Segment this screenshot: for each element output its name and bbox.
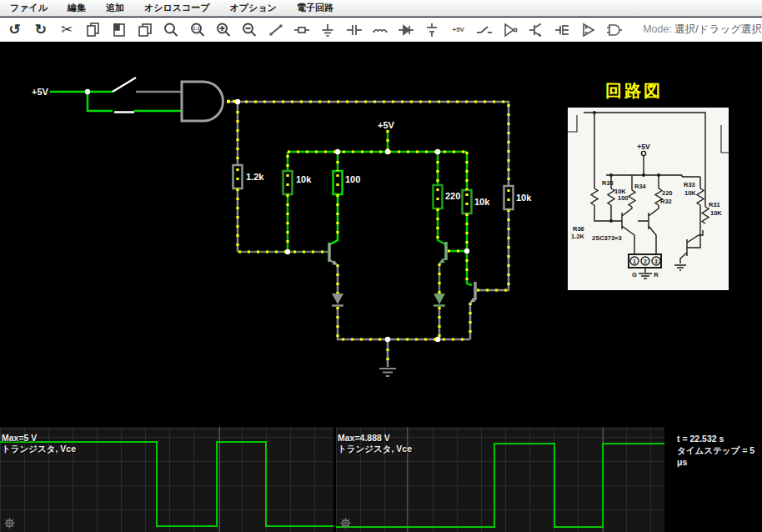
- resistors: [233, 165, 514, 213]
- junction-dots: [85, 89, 469, 342]
- menu-options[interactable]: オプション: [220, 0, 287, 16]
- r-10k-c-label: 10k: [516, 193, 532, 203]
- simulation-time-info: t = 22.532 s タイムステップ = 5 μs: [677, 433, 762, 468]
- scope2-label: Max=4.888 V トランジスタ, Vce: [338, 433, 412, 454]
- ground-symbol[interactable]: [379, 369, 396, 376]
- copy-icon[interactable]: [83, 20, 103, 40]
- opamp-tool-icon[interactable]: [579, 20, 599, 40]
- search-icon[interactable]: [162, 20, 181, 40]
- inset-r36-value: 1.2K: [571, 233, 584, 240]
- zoom-in-icon[interactable]: [213, 20, 233, 40]
- resistor-tool-icon[interactable]: [292, 20, 311, 40]
- scope-strip: Max=5 V トランジスタ, Vce Max=4.888 V トランジスタ, …: [0, 427, 762, 532]
- inset-r-label: R: [654, 271, 659, 279]
- ground-tool-icon[interactable]: [318, 20, 338, 40]
- scope-panel-1[interactable]: Max=5 V トランジスタ, Vce: [0, 427, 333, 532]
- zoom-out-icon[interactable]: [240, 20, 259, 40]
- vcc-mid-label: +5V: [378, 120, 395, 130]
- capacitor-tool-icon[interactable]: [344, 20, 363, 40]
- inset-r31-label: R31: [709, 201, 720, 208]
- inset-r31-value: 10K: [710, 209, 722, 217]
- r-220-label: 220: [445, 191, 460, 201]
- inset-r35-label: R35: [602, 179, 614, 187]
- scope1-settings-icon[interactable]: [3, 517, 16, 529]
- toolbar: ↺ ↻ ✂ 1:1: [0, 18, 762, 42]
- inset-pin3: 3: [654, 258, 658, 264]
- inset-pin2: 2: [644, 258, 647, 264]
- switch-tool-icon[interactable]: [474, 20, 494, 40]
- inverter-tool-icon[interactable]: [501, 20, 520, 40]
- voltage-source-tool-icon[interactable]: [423, 20, 442, 40]
- circuit-canvas[interactable]: +5V +5V 1.2k 10k 100 220 10k 10k: [0, 42, 762, 427]
- r-1.2k-label: 1.2k: [246, 172, 264, 182]
- cut-icon[interactable]: ✂: [58, 20, 77, 40]
- and-gate-tool-icon[interactable]: [605, 20, 624, 40]
- plus5v-tool-icon[interactable]: +5V: [449, 20, 468, 40]
- transistor-q2[interactable]: [439, 242, 446, 263]
- zoom-100-icon[interactable]: 1:1: [188, 20, 207, 40]
- current-dots: [227, 102, 509, 367]
- undo-icon[interactable]: ↺: [5, 20, 24, 40]
- switch-open[interactable]: [113, 78, 136, 92]
- menu-oscilloscope[interactable]: オシロスコープ: [134, 0, 220, 16]
- menubar: ファイル 編集 追加 オシロスコープ オプション 電子回路: [0, 0, 762, 17]
- redo-icon[interactable]: ↻: [31, 20, 50, 40]
- wire-tool-icon[interactable]: [266, 20, 285, 40]
- r-10k-a-label: 10k: [296, 174, 312, 184]
- menu-add[interactable]: 追加: [96, 0, 134, 16]
- inset-r33-value: 10K: [684, 189, 696, 197]
- svg-text:1:1: 1:1: [193, 26, 199, 31]
- inset-transistors-label: 2SC373×3: [592, 234, 622, 242]
- inset-pin1: 1: [633, 258, 636, 264]
- transistor-tool-icon[interactable]: [527, 20, 546, 40]
- r-100-label: 100: [345, 174, 360, 184]
- vcc-feed-wires[interactable]: [50, 78, 182, 113]
- scope1-label: Max=5 V トランジスタ, Vce: [2, 433, 76, 454]
- inset-vcc-label: +5V: [637, 143, 650, 151]
- sim-timestep: タイムステップ = 5 μs: [677, 444, 762, 468]
- inset-r32-label: R32: [660, 198, 672, 205]
- vcc-left-label: +5V: [32, 87, 49, 97]
- r-10k-b-label: 10k: [474, 197, 490, 207]
- diode-tool-icon[interactable]: [396, 20, 415, 40]
- scope2-settings-icon[interactable]: [339, 517, 352, 529]
- duplicate-icon[interactable]: [135, 20, 154, 40]
- scope-panel-2[interactable]: Max=4.888 V トランジスタ, Vce: [336, 427, 664, 532]
- inset-r33-label: R33: [684, 181, 695, 188]
- sim-time: t = 22.532 s: [677, 433, 762, 444]
- paste-icon[interactable]: [109, 20, 128, 40]
- and-gate[interactable]: [182, 82, 223, 121]
- inset-r36-label: R36: [573, 225, 584, 233]
- menu-file[interactable]: ファイル: [0, 0, 58, 16]
- transistor-q1[interactable]: [329, 243, 338, 265]
- inset-r100-label: 100: [618, 194, 629, 202]
- inductor-tool-icon[interactable]: [370, 20, 389, 40]
- diode-green[interactable]: [434, 294, 445, 306]
- inset-title: 回路図: [605, 80, 663, 103]
- diode-red[interactable]: [332, 294, 343, 306]
- inset-g-label: G: [632, 271, 637, 279]
- menu-edit[interactable]: 編集: [58, 0, 96, 16]
- schematic-inset: +5V R36 1.2K R35 10K R34 100 220 R32 R33…: [568, 108, 729, 290]
- inset-r220-label: 220: [662, 189, 673, 197]
- inset-r34-label: R34: [634, 183, 647, 190]
- mosfet-tool-icon[interactable]: [553, 20, 572, 40]
- mode-indicator: Mode: 選択/ドラッグ選択: [643, 23, 762, 37]
- menu-circuits[interactable]: 電子回路: [287, 0, 343, 16]
